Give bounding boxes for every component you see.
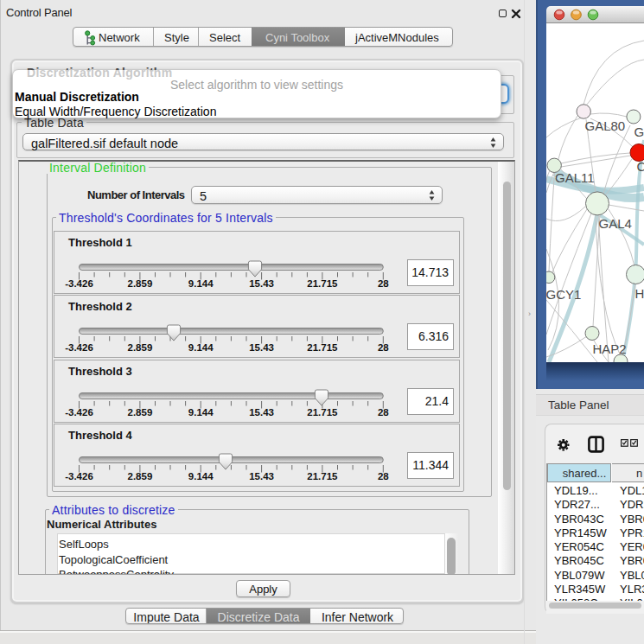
svg-text:-3.426: -3.426 xyxy=(65,342,93,353)
svg-text:21.715: 21.715 xyxy=(307,407,338,418)
svg-text:-3.426: -3.426 xyxy=(65,278,93,289)
svg-text:2.859: 2.859 xyxy=(128,407,153,418)
svg-text:15.43: 15.43 xyxy=(249,407,274,418)
svg-text:9.144: 9.144 xyxy=(188,471,214,481)
svg-text:CY: CY xyxy=(637,159,644,174)
svg-text:2.859: 2.859 xyxy=(128,471,153,481)
svg-text:HAP2: HAP2 xyxy=(593,341,627,356)
svg-text:2.859: 2.859 xyxy=(128,278,153,289)
svg-text:GAL11: GAL11 xyxy=(555,170,595,185)
svg-text:2.859: 2.859 xyxy=(128,342,153,353)
svg-text:21.715: 21.715 xyxy=(307,278,338,289)
svg-text:15.43: 15.43 xyxy=(249,342,274,353)
svg-text:H.: H. xyxy=(635,286,644,301)
svg-text:28: 28 xyxy=(378,342,389,353)
svg-text:15.43: 15.43 xyxy=(249,278,274,289)
svg-text:9.144: 9.144 xyxy=(188,278,214,289)
svg-text:-3.426: -3.426 xyxy=(65,471,93,481)
svg-text:21.715: 21.715 xyxy=(307,342,338,353)
svg-text:28: 28 xyxy=(378,278,389,289)
svg-text:GAL4: GAL4 xyxy=(599,216,632,231)
svg-text:GAL80: GAL80 xyxy=(585,118,626,133)
svg-text:21.715: 21.715 xyxy=(307,471,338,481)
svg-text:28: 28 xyxy=(378,471,389,481)
svg-text:9.144: 9.144 xyxy=(188,407,214,418)
svg-text:GAL: GAL xyxy=(634,124,644,139)
svg-text:GCY1: GCY1 xyxy=(546,287,581,302)
svg-text:-3.426: -3.426 xyxy=(65,407,93,418)
svg-text:9.144: 9.144 xyxy=(188,342,214,353)
svg-text:28: 28 xyxy=(378,407,389,418)
svg-text:15.43: 15.43 xyxy=(249,471,274,481)
